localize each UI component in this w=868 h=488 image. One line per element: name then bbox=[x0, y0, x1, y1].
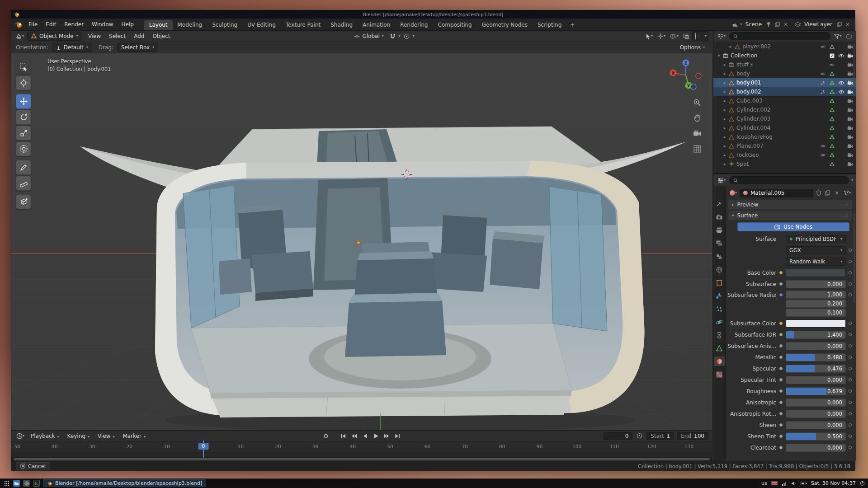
jump-to-end-button[interactable] bbox=[393, 432, 402, 440]
outliner-row-body[interactable]: ▸ body bbox=[713, 69, 856, 78]
pin-scene-icon[interactable] bbox=[765, 21, 772, 28]
properties-editor-icon[interactable]: ▾ bbox=[716, 177, 727, 184]
power-icon[interactable] bbox=[860, 481, 865, 486]
battery-icon[interactable] bbox=[801, 482, 807, 485]
end-frame-field[interactable]: End100 bbox=[677, 432, 708, 440]
fake-user-shield-icon[interactable] bbox=[815, 189, 822, 197]
view-layer-icon[interactable] bbox=[794, 22, 801, 28]
disclosure-icon[interactable]: ▸ bbox=[722, 80, 727, 85]
viewport-menu-add[interactable]: Add bbox=[130, 32, 148, 41]
workspace-tab-animation[interactable]: Animation bbox=[358, 20, 395, 30]
clock-text[interactable]: Sat, 30 Nov 04:37 bbox=[811, 480, 856, 486]
keyboard-flag-icon[interactable] bbox=[771, 481, 778, 485]
properties-tab-view-layer[interactable] bbox=[714, 239, 725, 248]
tool-annotate[interactable] bbox=[16, 160, 31, 175]
specular-slider[interactable]: 0.476 bbox=[786, 365, 846, 373]
selectability-visibility-icon[interactable]: ▾ bbox=[644, 33, 654, 40]
view-layer-name[interactable]: ViewLayer bbox=[802, 21, 834, 28]
render-visibility-toggle[interactable] bbox=[846, 162, 854, 166]
properties-tab-constraints[interactable] bbox=[714, 330, 725, 340]
properties-tab-render[interactable] bbox=[714, 212, 725, 222]
render-visibility-toggle[interactable] bbox=[846, 99, 854, 103]
tool-measure[interactable] bbox=[16, 176, 31, 191]
outliner-item-label[interactable]: body bbox=[736, 70, 750, 77]
outliner-item-label[interactable]: body.002 bbox=[736, 89, 761, 95]
outliner-editor-icon[interactable]: ▾ bbox=[716, 33, 727, 40]
timeline-scrollbar-handle[interactable] bbox=[14, 458, 710, 460]
browser-icon[interactable] bbox=[23, 480, 30, 487]
gizmos-toggle-icon[interactable]: ▾ bbox=[656, 32, 667, 40]
outliner-item-label[interactable]: IcosphereFog bbox=[736, 134, 773, 140]
app-menu-icon[interactable] bbox=[3, 480, 10, 487]
outliner-row-body-001[interactable]: ▸ body.001 bbox=[713, 78, 856, 87]
disclosure-icon[interactable]: ▸ bbox=[722, 71, 727, 76]
render-visibility-toggle[interactable] bbox=[846, 126, 854, 130]
render-visibility-toggle[interactable] bbox=[846, 71, 854, 76]
workspace-tab-shading[interactable]: Shading bbox=[326, 20, 358, 30]
outliner-row-cylinder-004[interactable]: ▸ Cylinder.004 bbox=[713, 123, 856, 132]
volume-icon[interactable] bbox=[791, 481, 797, 486]
properties-header-dropdown[interactable]: ▾ bbox=[851, 178, 853, 182]
workspace-tab-layout[interactable]: Layout bbox=[144, 20, 173, 30]
animate-decorator[interactable] bbox=[849, 249, 852, 252]
outliner-item-label[interactable]: Cube.003 bbox=[736, 98, 763, 104]
mode-dropdown[interactable]: Object Mode ▾ bbox=[27, 32, 82, 41]
outliner-item-label[interactable]: Plane.007 bbox=[736, 143, 764, 149]
material-filter-icon[interactable]: ▾ bbox=[842, 190, 852, 197]
shading-wireframe-icon[interactable] bbox=[695, 33, 697, 40]
surface-section-header[interactable]: ▾ Surface :::: bbox=[728, 211, 852, 220]
render-visibility-toggle[interactable] bbox=[846, 44, 854, 49]
jump-to-start-button[interactable] bbox=[339, 432, 348, 440]
animate-decorator[interactable] bbox=[849, 401, 852, 404]
proportional-editing-icon[interactable] bbox=[402, 33, 411, 40]
tool-cursor[interactable] bbox=[16, 75, 31, 90]
auto-keying-record-button[interactable] bbox=[321, 432, 330, 440]
scene-name[interactable]: Scene bbox=[743, 21, 764, 28]
outliner-item-label[interactable]: Collection bbox=[731, 52, 757, 59]
editor-type-icon[interactable]: ▾ bbox=[14, 32, 25, 40]
subsurface-radius-slider[interactable]: 0.100 bbox=[786, 309, 846, 317]
animate-decorator[interactable] bbox=[849, 322, 852, 325]
animate-decorator[interactable] bbox=[849, 446, 852, 449]
terminal-icon[interactable] bbox=[33, 480, 40, 487]
viewport-menu-select[interactable]: Select bbox=[105, 32, 130, 41]
outliner-row-cube-003[interactable]: ▸ Cube.003 bbox=[713, 96, 856, 105]
properties-tab-physics[interactable] bbox=[714, 317, 725, 327]
window-titlebar[interactable]: Blender [/home/amalie/Desktop/blender/sp… bbox=[11, 10, 855, 19]
outliner-row-rockgeo[interactable]: ▸ rockGeo bbox=[713, 150, 856, 160]
outliner-row-plane-007[interactable]: ▸ Plane.007 bbox=[713, 141, 856, 150]
navigation-gizmo[interactable]: Z X Y bbox=[668, 57, 704, 93]
hide-eye-toggle[interactable] bbox=[837, 90, 845, 94]
render-visibility-toggle[interactable] bbox=[846, 144, 854, 148]
outliner-item-label[interactable]: Cylinder.004 bbox=[736, 125, 770, 131]
menu-edit[interactable]: Edit bbox=[42, 20, 60, 29]
animate-decorator[interactable] bbox=[849, 282, 852, 286]
subsurface-radius-slider[interactable]: 1.000 bbox=[786, 291, 846, 299]
animate-decorator[interactable] bbox=[849, 356, 852, 359]
scene-dropdown-icon[interactable]: ▾ bbox=[740, 23, 742, 26]
menu-window[interactable]: Window bbox=[88, 20, 117, 29]
animate-decorator[interactable] bbox=[849, 389, 852, 393]
hide-eye-toggle[interactable] bbox=[837, 81, 845, 85]
workspace-tab-rendering[interactable]: Rendering bbox=[395, 20, 433, 30]
new-collection-icon[interactable] bbox=[845, 33, 853, 40]
tool-rotate[interactable] bbox=[16, 110, 31, 125]
render-visibility-toggle[interactable] bbox=[846, 89, 854, 94]
workspace-tab-texture-paint[interactable]: Texture Paint bbox=[281, 20, 326, 30]
collection-checkbox[interactable]: ✓ bbox=[828, 53, 836, 58]
render-visibility-toggle[interactable] bbox=[846, 53, 854, 58]
animate-decorator[interactable] bbox=[849, 367, 852, 370]
disclosure-icon[interactable]: ▸ bbox=[722, 144, 727, 148]
outliner-row-icospherefog[interactable]: ▸ IcosphereFog bbox=[713, 132, 856, 141]
timeline-ruler[interactable]: 0 -50-40-30-20-1001020304050607080901001… bbox=[11, 441, 712, 452]
properties-search[interactable] bbox=[729, 176, 849, 184]
transform-orientation-dropdown[interactable]: Global ▾ bbox=[351, 32, 386, 40]
outliner-row-body-002[interactable]: ▸ body.002 bbox=[713, 87, 856, 96]
properties-tab-texture[interactable] bbox=[714, 370, 725, 379]
properties-tab-world[interactable] bbox=[714, 265, 725, 274]
outliner-row-cylinder-003[interactable]: ▸ Cylinder.003 bbox=[713, 114, 856, 123]
outliner-item-label[interactable]: rockGeo bbox=[736, 152, 759, 158]
outliner-item-label[interactable]: player.002 bbox=[742, 43, 771, 50]
sheen-slider[interactable]: 0.000 bbox=[786, 421, 846, 429]
xray-toggle-icon[interactable] bbox=[682, 33, 690, 40]
